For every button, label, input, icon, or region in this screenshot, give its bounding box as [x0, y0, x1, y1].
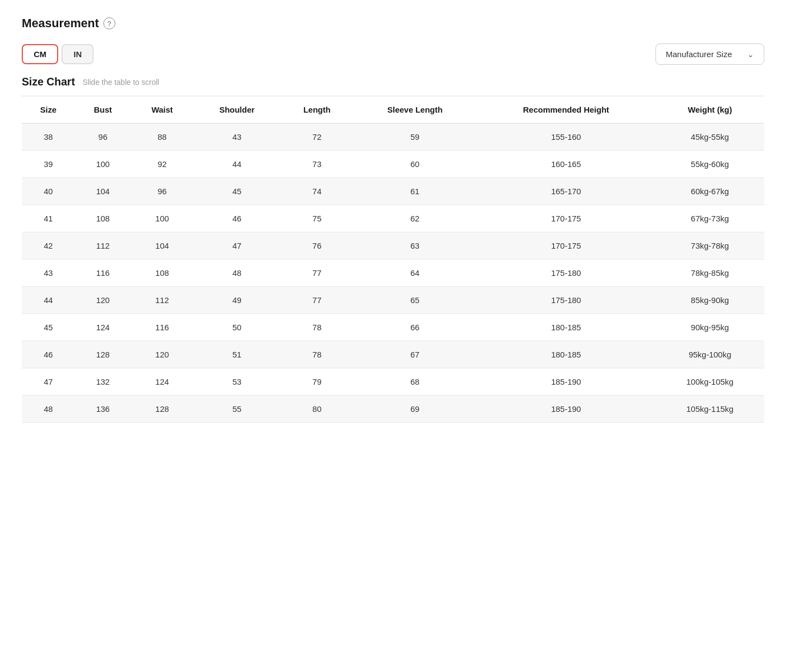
manufacturer-dropdown-label: Manufacturer Size	[666, 50, 732, 59]
table-cell-1: 100	[75, 151, 131, 178]
chevron-down-icon: ⌄	[747, 50, 754, 59]
table-cell-1: 116	[75, 260, 131, 287]
header-left: Measurement ?	[22, 16, 115, 30]
table-cell-0: 43	[22, 260, 75, 287]
table-cell-1: 112	[75, 232, 131, 260]
table-cell-7: 95kg-100kg	[655, 341, 764, 368]
table-cell-6: 175-180	[476, 260, 655, 287]
table-cell-5: 66	[353, 314, 476, 341]
table-cell-5: 68	[353, 368, 476, 396]
table-cell-4: 77	[281, 287, 354, 314]
size-chart-title: Size Chart	[22, 76, 75, 88]
table-row: 3910092447360160-16555kg-60kg	[22, 151, 764, 178]
table-cell-5: 69	[353, 396, 476, 423]
table-row: 48136128558069185-190105kg-115kg	[22, 396, 764, 423]
table-header-row: Size Bust Waist Shoulder Length Sleeve L…	[22, 96, 764, 124]
table-cell-6: 185-190	[476, 368, 655, 396]
table-cell-0: 39	[22, 151, 75, 178]
table-cell-6: 170-175	[476, 232, 655, 260]
table-row: 389688437259155-16045kg-55kg	[22, 124, 764, 151]
table-row: 46128120517867180-18595kg-100kg	[22, 341, 764, 368]
table-cell-4: 78	[281, 341, 354, 368]
table-cell-6: 175-180	[476, 287, 655, 314]
table-cell-4: 77	[281, 260, 354, 287]
table-cell-2: 120	[131, 341, 193, 368]
table-cell-4: 75	[281, 205, 354, 232]
scroll-hint: Slide the table to scroll	[83, 78, 159, 87]
table-cell-3: 50	[193, 314, 281, 341]
table-cell-0: 47	[22, 368, 75, 396]
table-cell-6: 155-160	[476, 124, 655, 151]
table-cell-7: 100kg-105kg	[655, 368, 764, 396]
table-cell-7: 85kg-90kg	[655, 287, 764, 314]
unit-cm-button[interactable]: CM	[22, 44, 58, 64]
table-cell-6: 160-165	[476, 151, 655, 178]
table-body: 389688437259155-16045kg-55kg391009244736…	[22, 124, 764, 423]
table-row: 47132124537968185-190100kg-105kg	[22, 368, 764, 396]
table-row: 42112104477663170-17573kg-78kg	[22, 232, 764, 260]
table-cell-7: 55kg-60kg	[655, 151, 764, 178]
table-cell-3: 49	[193, 287, 281, 314]
col-header-length: Length	[281, 96, 354, 124]
table-row: 44120112497765175-18085kg-90kg	[22, 287, 764, 314]
col-header-bust: Bust	[75, 96, 131, 124]
table-cell-1: 104	[75, 178, 131, 205]
table-cell-1: 124	[75, 314, 131, 341]
table-cell-4: 73	[281, 151, 354, 178]
table-cell-5: 64	[353, 260, 476, 287]
table-cell-1: 108	[75, 205, 131, 232]
col-header-waist: Waist	[131, 96, 193, 124]
table-cell-3: 53	[193, 368, 281, 396]
table-cell-5: 62	[353, 205, 476, 232]
table-cell-4: 78	[281, 314, 354, 341]
table-cell-7: 78kg-85kg	[655, 260, 764, 287]
table-cell-2: 92	[131, 151, 193, 178]
table-cell-0: 45	[22, 314, 75, 341]
table-cell-7: 60kg-67kg	[655, 178, 764, 205]
table-row: 43116108487764175-18078kg-85kg	[22, 260, 764, 287]
help-icon[interactable]: ?	[103, 17, 115, 29]
col-header-shoulder: Shoulder	[193, 96, 281, 124]
table-cell-0: 40	[22, 178, 75, 205]
table-cell-6: 180-185	[476, 314, 655, 341]
table-cell-1: 96	[75, 124, 131, 151]
controls-row: CM IN Manufacturer Size ⌄	[22, 44, 764, 65]
table-cell-1: 128	[75, 341, 131, 368]
table-cell-4: 80	[281, 396, 354, 423]
table-cell-3: 47	[193, 232, 281, 260]
table-cell-6: 165-170	[476, 178, 655, 205]
table-cell-2: 100	[131, 205, 193, 232]
table-cell-7: 45kg-55kg	[655, 124, 764, 151]
table-row: 4010496457461165-17060kg-67kg	[22, 178, 764, 205]
table-cell-5: 63	[353, 232, 476, 260]
col-header-recommended-height: Recommended Height	[476, 96, 655, 124]
table-cell-1: 136	[75, 396, 131, 423]
size-chart-table: Size Bust Waist Shoulder Length Sleeve L…	[22, 96, 764, 423]
unit-in-button[interactable]: IN	[61, 44, 94, 64]
table-cell-4: 74	[281, 178, 354, 205]
table-cell-1: 120	[75, 287, 131, 314]
table-cell-7: 90kg-95kg	[655, 314, 764, 341]
table-cell-2: 112	[131, 287, 193, 314]
table-cell-3: 43	[193, 124, 281, 151]
table-cell-0: 42	[22, 232, 75, 260]
table-cell-0: 48	[22, 396, 75, 423]
table-cell-3: 44	[193, 151, 281, 178]
table-cell-5: 61	[353, 178, 476, 205]
table-cell-2: 104	[131, 232, 193, 260]
col-header-size: Size	[22, 96, 75, 124]
table-cell-0: 46	[22, 341, 75, 368]
manufacturer-size-dropdown[interactable]: Manufacturer Size ⌄	[655, 44, 764, 65]
table-cell-3: 45	[193, 178, 281, 205]
table-cell-3: 55	[193, 396, 281, 423]
table-cell-0: 38	[22, 124, 75, 151]
table-cell-2: 124	[131, 368, 193, 396]
table-cell-7: 73kg-78kg	[655, 232, 764, 260]
table-cell-0: 41	[22, 205, 75, 232]
table-cell-4: 79	[281, 368, 354, 396]
col-header-weight: Weight (kg)	[655, 96, 764, 124]
table-cell-3: 46	[193, 205, 281, 232]
table-cell-2: 88	[131, 124, 193, 151]
col-header-sleeve-length: Sleeve Length	[353, 96, 476, 124]
table-cell-3: 51	[193, 341, 281, 368]
